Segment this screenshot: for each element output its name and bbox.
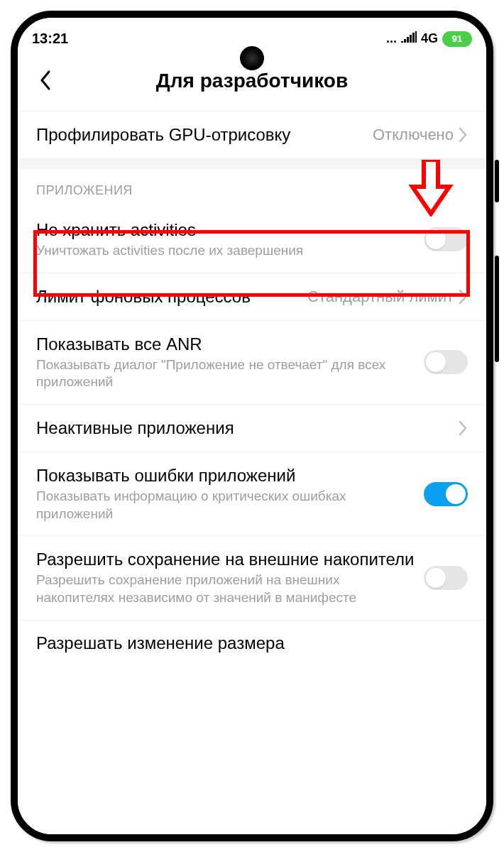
toggle-anr[interactable] [424,350,468,374]
row-subtitle: Показывать информацию о критических ошиб… [36,488,415,523]
camera-hole [240,46,264,70]
toggle-activities[interactable] [424,227,468,251]
chevron-right-icon [458,127,468,143]
status-time: 13:21 [32,31,68,47]
row-allow-resize[interactable]: Разрешать изменение размера [18,621,486,653]
status-right: 4G 91 [386,31,472,47]
network-type: 4G [421,31,438,46]
screen: 13:21 4G 91 Для разработчиков [18,18,486,834]
row-value: Стандартный лимит [307,288,454,306]
row-background-limit[interactable]: Лимит фоновых процессов Стандартный лими… [18,273,486,321]
row-title: Разрешить сохранение на внешние накопите… [36,549,415,570]
row-subtitle: Уничтожать activities после их завершени… [36,242,415,260]
chevron-right-icon [458,420,468,436]
row-title: Показывать все ANR [36,334,415,355]
row-subtitle: Разрешить сохранение приложений на внешн… [36,572,415,606]
row-inactive-apps[interactable]: Неактивные приложения [18,405,486,452]
row-subtitle: Показывать диалог "Приложение не отвечае… [36,356,415,391]
row-title: Разрешать изменение размера [36,633,468,653]
volume-button [495,256,499,362]
row-external-storage[interactable]: Разрешить сохранение на внешние накопите… [18,536,486,620]
chevron-right-icon [458,289,468,305]
row-gpu-profiling[interactable]: Профилировать GPU-отрисовку Отключено [18,111,486,159]
toggle-app-errors[interactable] [424,482,468,506]
row-value: Отключено [373,126,454,144]
battery-icon: 91 [442,31,472,47]
back-button[interactable] [35,69,57,92]
status-dots [386,31,397,46]
row-app-errors[interactable]: Показывать ошибки приложений Показывать … [18,452,486,536]
signal-icon [401,31,417,46]
power-button [495,160,499,202]
toggle-external[interactable] [424,566,468,590]
row-title: Не хранить activities [36,219,415,241]
row-title: Профилировать GPU-отрисовку [36,124,364,146]
row-title: Лимит фоновых процессов [36,286,299,307]
row-title: Неактивные приложения [36,417,449,439]
page-title: Для разработчиков [156,70,348,92]
section-header-apps: ПРИЛОЖЕНИЯ [18,169,486,207]
row-dont-keep-activities[interactable]: Не хранить activities Уничтожать activit… [18,207,486,273]
row-title: Показывать ошибки приложений [36,465,415,486]
status-bar: 13:21 4G 91 [18,18,486,50]
row-show-anr[interactable]: Показывать все ANR Показывать диалог "Пр… [18,321,486,405]
section-gap [18,159,486,169]
